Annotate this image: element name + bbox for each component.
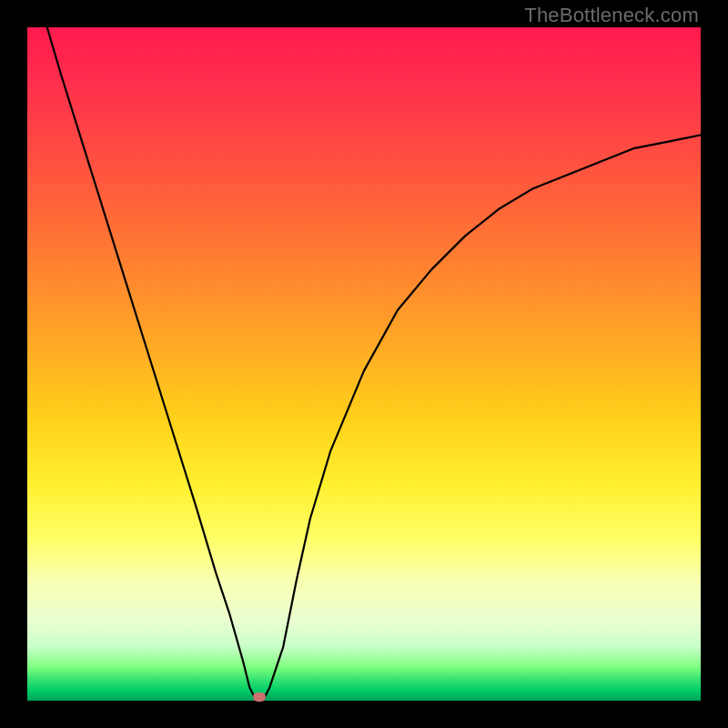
plot-background [27, 27, 701, 701]
watermark-text: TheBottleneck.com [524, 4, 699, 27]
optimal-point-marker [253, 693, 266, 702]
